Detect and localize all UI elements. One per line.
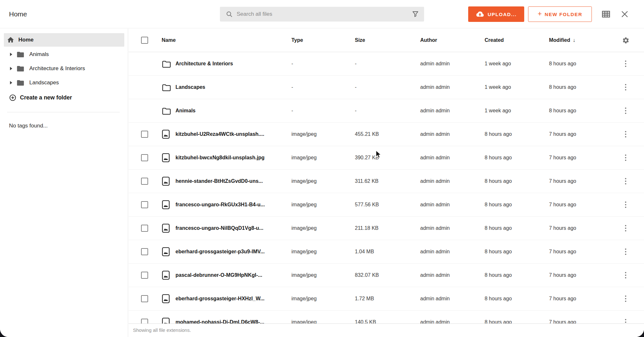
file-author: admin admin: [420, 217, 450, 240]
upload-button-label: UPLOAD...: [488, 12, 516, 17]
row-menu-button[interactable]: [620, 193, 631, 216]
new-folder-button[interactable]: + NEW FOLDER: [528, 6, 592, 22]
file-type: image/jpeg: [291, 146, 317, 169]
kebab-menu-icon: [625, 225, 627, 232]
file-created: 8 hours ago: [485, 287, 512, 310]
sidebar-item-label: Animals: [29, 51, 49, 58]
kebab-menu-icon: [625, 84, 627, 91]
image-file-icon: [162, 294, 170, 303]
row-menu-button[interactable]: [620, 287, 631, 310]
chevron-right-icon[interactable]: [10, 67, 13, 70]
row-checkbox[interactable]: [141, 272, 148, 279]
table-row[interactable]: kitzbuhel-bwcxNg8dkiI-unsplash.jpg image…: [128, 146, 644, 170]
circle-plus-icon: [9, 94, 16, 101]
table-row[interactable]: eberhard-grossgasteiger-p3u9-lMV... imag…: [128, 240, 644, 264]
new-folder-button-label: NEW FOLDER: [545, 12, 582, 17]
chevron-right-icon[interactable]: [10, 52, 13, 56]
file-size: 311.62 KB: [355, 170, 379, 193]
kebab-menu-icon: [625, 108, 627, 114]
file-author: admin admin: [420, 193, 450, 216]
column-header-type[interactable]: Type: [291, 29, 303, 52]
column-header-modified[interactable]: Modified ↓: [549, 29, 575, 52]
table-row[interactable]: Architecture & Interiors - - admin admin…: [128, 52, 644, 76]
upload-button[interactable]: UPLOAD...: [468, 6, 524, 22]
search-input[interactable]: [237, 11, 406, 17]
file-author: admin admin: [420, 76, 450, 99]
column-header-author[interactable]: Author: [420, 29, 437, 52]
table-row[interactable]: pascal-debrunner-O-MG9HpNKgI-... image/j…: [128, 264, 644, 287]
chevron-right-icon[interactable]: [10, 81, 13, 85]
table-row[interactable]: eberhard-grossgasteiger-HXHzI_W... image…: [128, 287, 644, 311]
row-checkbox[interactable]: [141, 131, 148, 138]
close-button[interactable]: [620, 9, 630, 19]
column-header-name[interactable]: Name: [162, 29, 176, 52]
file-type: image/jpeg: [291, 264, 317, 287]
kebab-menu-icon: [625, 201, 627, 208]
file-name: kitzbuhel-U2Reza4WCtk-unsplash....: [175, 123, 264, 146]
file-modified: 7 hours ago: [549, 193, 576, 216]
file-type: image/jpeg: [291, 193, 317, 216]
kebab-menu-icon: [625, 154, 627, 161]
grid-view-button[interactable]: [601, 9, 611, 19]
file-size: -: [355, 99, 356, 122]
table-row[interactable]: hennie-stander-BtHtZsGvdD0-uns... image/…: [128, 170, 644, 193]
row-menu-button[interactable]: [620, 217, 631, 240]
table-body: Architecture & Interiors - - admin admin…: [128, 52, 644, 337]
file-manager-modal: Home UPLOAD... + NEW FOLDER: [0, 0, 644, 337]
table-row[interactable]: Landscapes - - admin admin 1 week ago 8 …: [128, 76, 644, 99]
row-checkbox[interactable]: [141, 248, 148, 255]
sidebar-item-architecture-interiors[interactable]: Architecture & Interiors: [0, 62, 128, 75]
file-author: admin admin: [420, 123, 450, 146]
folder-icon: [17, 80, 24, 86]
file-type: -: [291, 76, 293, 99]
file-author: admin admin: [420, 264, 450, 287]
file-modified: 7 hours ago: [549, 170, 576, 193]
image-file-icon: [162, 247, 170, 256]
table-row[interactable]: kitzbuhel-U2Reza4WCtk-unsplash.... image…: [128, 123, 644, 146]
image-file-icon: [162, 271, 170, 280]
select-all-checkbox[interactable]: [141, 37, 148, 44]
row-checkbox[interactable]: [141, 178, 148, 185]
row-menu-button[interactable]: [620, 52, 631, 75]
file-type: -: [291, 52, 293, 75]
sidebar: Home Animals Architecture & Interiors La…: [0, 29, 128, 337]
folder-icon: [17, 66, 24, 72]
column-header-size[interactable]: Size: [355, 29, 365, 52]
file-name: pascal-debrunner-O-MG9HpNKgI-...: [175, 264, 262, 287]
file-table: Name Type Size Author Created Modified ↓: [128, 29, 644, 337]
row-menu-button[interactable]: [620, 76, 631, 99]
sidebar-item-home[interactable]: Home: [4, 33, 124, 47]
table-row[interactable]: Animals - - admin admin 1 week ago 8 hou…: [128, 99, 644, 123]
row-checkbox[interactable]: [141, 201, 148, 208]
column-settings-button[interactable]: [620, 29, 631, 52]
column-header-created[interactable]: Created: [485, 29, 504, 52]
sidebar-item-landscapes[interactable]: Landscapes: [0, 76, 128, 89]
create-new-folder-label: Create a new folder: [20, 94, 72, 101]
sidebar-item-animals[interactable]: Animals: [0, 48, 128, 61]
table-row[interactable]: francesco-ungaro-NilBQqD1Vg8-u... image/…: [128, 217, 644, 240]
row-menu-button[interactable]: [620, 99, 631, 122]
file-name: eberhard-grossgasteiger-HXHzI_W...: [175, 287, 265, 310]
row-menu-button[interactable]: [620, 146, 631, 169]
file-name: francesco-ungaro-RkGUx3H1-B4-u...: [175, 193, 265, 216]
row-checkbox[interactable]: [141, 154, 148, 161]
image-file-icon: [162, 177, 170, 186]
kebab-menu-icon: [625, 295, 627, 302]
folder-icon: [17, 51, 24, 58]
file-name: francesco-ungaro-NilBQqD1Vg8-u...: [175, 217, 263, 240]
file-created: 8 hours ago: [485, 193, 512, 216]
page-title: Home: [9, 0, 27, 28]
status-bar: Showing all file extensions.: [128, 323, 644, 337]
file-type: image/jpeg: [291, 217, 317, 240]
row-menu-button[interactable]: [620, 123, 631, 146]
row-menu-button[interactable]: [620, 264, 631, 287]
create-new-folder-button[interactable]: Create a new folder: [9, 91, 72, 104]
filter-icon[interactable]: [412, 11, 419, 18]
row-checkbox[interactable]: [141, 225, 148, 232]
row-menu-button[interactable]: [620, 240, 631, 263]
file-created: 8 hours ago: [485, 264, 512, 287]
row-checkbox[interactable]: [141, 295, 148, 302]
table-row[interactable]: francesco-ungaro-RkGUx3H1-B4-u... image/…: [128, 193, 644, 217]
file-author: admin admin: [420, 146, 450, 169]
row-menu-button[interactable]: [620, 170, 631, 193]
